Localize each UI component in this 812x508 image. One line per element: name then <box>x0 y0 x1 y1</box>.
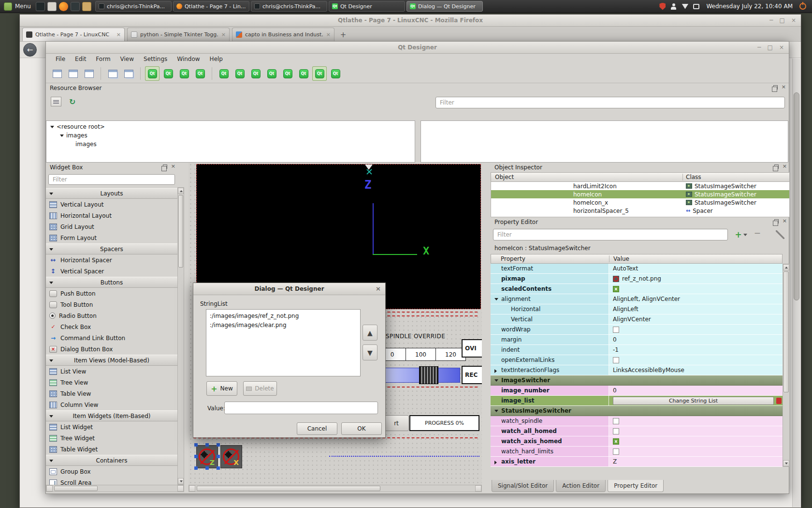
edit-widgets-button[interactable]: Qt <box>145 66 160 81</box>
clock[interactable]: Wednesday July 22, 10:40 AM <box>706 3 793 10</box>
dialog-titlebar[interactable]: Dialog — Qt Designer × <box>193 283 385 295</box>
back-button[interactable]: ← <box>23 43 37 57</box>
property-group-imageswitcher[interactable]: ImageSwitcher <box>491 375 783 386</box>
selection-handle[interactable] <box>205 466 209 470</box>
layout-grid-button[interactable]: Qt <box>296 66 311 81</box>
float-panel-icon[interactable] <box>774 164 779 169</box>
property-row-indent[interactable]: indent -1 <box>491 345 783 355</box>
widget-section-buttons[interactable]: Buttons <box>46 277 177 288</box>
object-row-homeicon[interactable]: homeIcon StatusImageSwitcher <box>491 190 789 198</box>
tab-close-icon[interactable]: × <box>116 31 121 38</box>
property-row-margin[interactable]: margin 0 <box>491 335 783 345</box>
stringlist-listbox[interactable]: :/images/images/ref_z_not.png :/images/i… <box>206 309 361 376</box>
widget-item-tree-view[interactable]: Tree View <box>46 377 177 388</box>
resource-list-view-button[interactable] <box>51 97 61 106</box>
float-panel-icon[interactable] <box>774 219 779 224</box>
property-row-image-list[interactable]: image_list Change String List <box>491 396 783 406</box>
widget-item-push-button[interactable]: Push Button <box>46 288 177 299</box>
menu-edit[interactable]: Edit <box>70 55 91 63</box>
qt-titlebar[interactable]: Qt Designer ─ □ × <box>46 42 789 54</box>
property-row-axis-letter[interactable]: axis_letter Z <box>491 457 783 467</box>
checkbox-unchecked-icon[interactable] <box>613 428 619 434</box>
scrollbar-thumb[interactable] <box>197 486 380 491</box>
collapse-arrow-icon[interactable] <box>50 126 54 128</box>
new-form-button[interactable] <box>50 66 64 81</box>
shield-tray-icon[interactable] <box>659 3 666 10</box>
scroll-up-icon[interactable] <box>178 188 184 194</box>
slider-handle[interactable] <box>419 366 438 384</box>
property-row-alignment-vertical[interactable]: Vertical AlignVCenter <box>491 314 783 325</box>
tab-close-icon[interactable]: × <box>221 31 226 38</box>
scroll-down-icon[interactable] <box>178 478 184 484</box>
property-row-openexternallinks[interactable]: openExternalLinks <box>491 355 783 365</box>
property-row-watch-axis-homed[interactable]: watch_axis_homed x <box>491 436 783 447</box>
widget-item-command-link-button[interactable]: →Command Link Button <box>46 332 177 344</box>
property-row-watch-spindle[interactable]: watch_spindle <box>491 416 783 426</box>
widget-section-item-widgets[interactable]: Item Widgets (Item-Based) <box>46 410 177 421</box>
taskbar-window-firefox[interactable]: Qtlathe - Page 7 - Lin... <box>173 1 249 12</box>
open-form-button[interactable] <box>66 66 80 81</box>
widget-item-tree-widget[interactable]: Tree Widget <box>46 433 177 444</box>
checkbox-checked-icon[interactable]: x <box>613 438 619 445</box>
widget-item-list-widget[interactable]: List Widget <box>46 421 177 433</box>
layout-horizontal-button[interactable]: Qt <box>217 66 231 81</box>
add-dynamic-property-button[interactable]: + <box>732 229 750 240</box>
scroll-up-icon[interactable] <box>783 264 789 270</box>
property-row-textinteractionflags[interactable]: textInteractionFlags LinksAccessibleByMo… <box>491 365 783 375</box>
widget-section-layouts[interactable]: Layouts <box>46 188 177 199</box>
scrollbar-thumb[interactable] <box>783 271 789 392</box>
scroll-right-icon[interactable] <box>475 485 481 492</box>
home-z-image-widget[interactable]: Z <box>196 445 218 468</box>
paste-button[interactable] <box>121 66 136 81</box>
tab-close-icon[interactable]: × <box>326 31 331 38</box>
tab-signal-slot-editor[interactable]: Signal/Slot Editor <box>492 480 554 492</box>
widget-section-item-views[interactable]: Item Views (Model-Based) <box>46 355 177 366</box>
home-x-image-widget[interactable]: X <box>220 445 242 468</box>
taskbar-window-terminal-1[interactable]: chris@chris-ThinkPa... <box>95 1 172 12</box>
widget-item-check-box[interactable]: ✓Check Box <box>46 321 177 332</box>
menu-view[interactable]: View <box>116 55 139 63</box>
close-panel-icon[interactable]: × <box>782 85 786 90</box>
object-row-hardlimit2icon[interactable]: hardLimit2Icon StatusImageSwitcher <box>491 182 789 190</box>
resource-images-item[interactable]: images <box>46 131 415 140</box>
scrollbar-thumb[interactable] <box>178 195 183 268</box>
widget-item-vertical-spacer[interactable]: ↕Vertical Spacer <box>46 266 177 277</box>
scroll-right-icon[interactable] <box>177 485 184 492</box>
form-hscrollbar[interactable] <box>188 485 482 492</box>
scrollbar-thumb[interactable] <box>794 92 799 300</box>
edit-tab-order-button[interactable]: Qt <box>193 66 207 81</box>
maximize-icon[interactable]: □ <box>768 44 773 51</box>
checkbox-checked-icon[interactable]: x <box>613 286 619 292</box>
property-row-textformat[interactable]: textFormat AutoText <box>491 264 783 274</box>
widget-item-grid-layout[interactable]: Grid Layout <box>46 221 177 232</box>
close-icon[interactable]: × <box>376 285 381 292</box>
menu-file[interactable]: File <box>51 55 70 63</box>
tab-capto[interactable]: capto in Business and Indust... × <box>232 28 334 41</box>
widget-item-vertical-layout[interactable]: Vertical Layout <box>46 199 177 210</box>
property-editor-scrollbar[interactable] <box>783 264 790 467</box>
widget-box-hscrollbar[interactable] <box>46 485 184 492</box>
widget-item-horizontal-spacer[interactable]: ↔Horizontal Spacer <box>46 254 177 266</box>
value-input[interactable] <box>224 402 378 414</box>
taskbar-window-qt-designer[interactable]: Qt Qt Designer <box>329 1 405 12</box>
edit-buddies-button[interactable]: Qt <box>177 66 191 81</box>
property-row-watch-hard-limits[interactable]: watch_hard_limits <box>491 447 783 457</box>
tab-action-editor[interactable]: Action Editor <box>556 480 606 492</box>
layout-form-button[interactable]: Qt <box>280 66 295 81</box>
float-panel-icon[interactable] <box>773 85 778 90</box>
firefox-scrollbar[interactable] <box>792 59 800 507</box>
property-row-watch-all-homed[interactable]: watch_all_homed <box>491 426 783 436</box>
widget-item-table-widget[interactable]: Table Widget <box>46 444 177 455</box>
tab-property-editor[interactable]: Property Editor <box>608 480 664 492</box>
launcher-terminal-icon[interactable] <box>36 2 45 11</box>
menu-window[interactable]: Window <box>172 55 204 63</box>
property-row-alignment-horizontal[interactable]: Horizontal AlignLeft <box>491 304 783 314</box>
selection-handle[interactable] <box>194 443 198 447</box>
selection-handle[interactable] <box>217 466 220 470</box>
widget-item-scroll-area[interactable]: Scroll Area <box>46 477 177 485</box>
resource-root-item[interactable]: <resource root> <box>46 122 415 131</box>
configure-property-editor-icon[interactable] <box>776 230 784 239</box>
launcher-firefox-icon[interactable] <box>59 2 68 11</box>
close-panel-icon[interactable]: × <box>783 164 787 169</box>
taskbar-window-dialog[interactable]: Qt Dialog — Qt Designer <box>406 1 483 12</box>
